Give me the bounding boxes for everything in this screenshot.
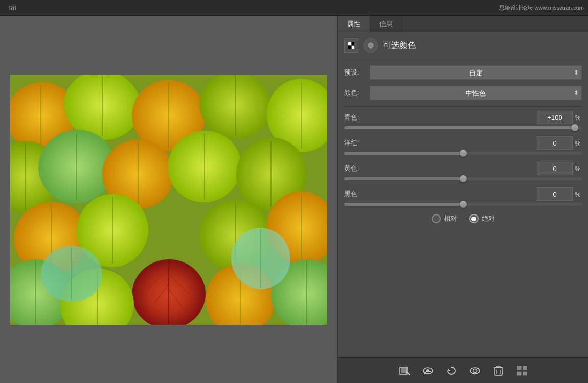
radio-row: 相对 绝对: [344, 214, 582, 223]
cyan-slider-section: 青色: +100 %: [344, 111, 582, 129]
leaf-svg: [10, 75, 327, 325]
svg-line-54: [407, 372, 410, 375]
svg-rect-67: [517, 366, 521, 370]
radio-absolute-outer[interactable]: [469, 214, 479, 223]
cyan-thumb[interactable]: [571, 124, 578, 131]
svg-rect-70: [523, 372, 527, 375]
svg-point-56: [426, 369, 429, 372]
magenta-label: 洋红:: [344, 138, 369, 148]
yellow-slider-section: 黄色: 0 %: [344, 162, 582, 180]
right-panel: 属性 信息: [337, 16, 588, 383]
divider-1: [344, 61, 582, 61]
yellow-thumb[interactable]: [460, 175, 467, 182]
magenta-track-row: [344, 152, 582, 155]
yellow-fill: [344, 177, 463, 180]
magenta-pct: %: [575, 139, 582, 147]
divider-2: [344, 106, 582, 107]
magenta-track[interactable]: [344, 152, 582, 155]
magenta-row-top: 洋红: 0 %: [344, 136, 582, 150]
canvas-area: [0, 16, 337, 383]
color-select-wrapper[interactable]: 红色 黄色 绿色 青色 蓝色 洋红 白色 中性色 黑色: [370, 86, 582, 100]
color-label: 颜色:: [344, 88, 366, 98]
yellow-value[interactable]: 0: [537, 162, 573, 175]
tab-properties[interactable]: 属性: [338, 16, 370, 32]
panel-title: 可选颜色: [383, 40, 416, 51]
svg-rect-53: [401, 368, 406, 373]
svg-rect-47: [348, 42, 351, 45]
radio-absolute-inner: [471, 217, 476, 221]
bottom-toolbar: [338, 357, 588, 383]
magenta-fill: [344, 152, 463, 155]
trash-button[interactable]: [491, 363, 506, 378]
cyan-track-row: [344, 126, 582, 129]
svg-rect-60: [495, 368, 502, 375]
preset-label: 预设:: [344, 68, 366, 77]
svg-rect-69: [517, 372, 521, 375]
black-value[interactable]: 0: [537, 187, 573, 201]
yellow-track[interactable]: [344, 177, 582, 180]
visibility-button[interactable]: [420, 363, 436, 378]
svg-rect-49: [348, 46, 351, 49]
main-layout: 属性 信息: [0, 16, 588, 383]
radio-relative-label: 相对: [444, 214, 457, 223]
svg-rect-68: [523, 366, 527, 370]
svg-point-51: [368, 43, 373, 48]
cyan-label: 青色:: [344, 113, 369, 122]
color-select[interactable]: 红色 黄色 绿色 青色 蓝色 洋红 白色 中性色 黑色: [370, 86, 582, 100]
history-button[interactable]: [444, 363, 459, 378]
svg-marker-57: [448, 368, 450, 371]
top-bar-title: Rit: [8, 4, 16, 12]
circle-icon[interactable]: [364, 38, 378, 53]
tab-info[interactable]: 信息: [370, 16, 402, 32]
top-bar: Rit 思绘设计论坛 www.missvuan.com: [0, 0, 588, 16]
yellow-row-top: 黄色: 0 %: [344, 162, 582, 175]
cyan-pct: %: [575, 114, 582, 122]
magenta-value[interactable]: 0: [537, 136, 573, 150]
cyan-row-top: 青色: +100 %: [344, 111, 582, 124]
yellow-track-row: [344, 177, 582, 180]
black-pct: %: [575, 190, 582, 198]
panel-header: 可选颜色: [344, 38, 582, 53]
preset-row: 预设: 自定 默认: [344, 65, 582, 80]
radio-absolute[interactable]: 绝对: [469, 214, 495, 223]
radio-relative-outer[interactable]: [432, 214, 441, 223]
magenta-slider-section: 洋红: 0 %: [344, 136, 582, 155]
svg-rect-50: [352, 46, 354, 49]
cyan-fill: [344, 126, 575, 129]
mask-icon[interactable]: [344, 38, 358, 53]
magenta-thumb[interactable]: [460, 150, 467, 157]
mask-cursor-button[interactable]: [397, 363, 412, 378]
radio-relative[interactable]: 相对: [432, 214, 457, 223]
panel-content: 可选颜色 预设: 自定 默认 颜色: 红色 黄色: [338, 32, 588, 357]
cyan-value[interactable]: +100: [537, 111, 573, 124]
black-row-top: 黑色: 0 %: [344, 187, 582, 201]
yellow-label: 黄色:: [344, 164, 369, 173]
logo-text: 思绘设计论坛 www.missvuan.com: [499, 4, 584, 12]
tabs-row: 属性 信息: [338, 16, 588, 32]
radio-absolute-label: 绝对: [482, 214, 495, 223]
settings-button[interactable]: [514, 363, 530, 378]
preset-select[interactable]: 自定 默认: [370, 65, 582, 80]
svg-rect-48: [352, 42, 354, 45]
yellow-pct: %: [575, 165, 582, 173]
black-slider-section: 黑色: 0 %: [344, 187, 582, 206]
black-track-row: [344, 203, 582, 206]
svg-point-59: [473, 369, 477, 372]
cyan-track[interactable]: [344, 126, 582, 129]
black-thumb[interactable]: [460, 201, 467, 208]
black-label: 黑色:: [344, 189, 369, 199]
preset-select-wrapper[interactable]: 自定 默认: [370, 65, 582, 80]
canvas-image: [10, 75, 327, 325]
eye-button[interactable]: [467, 363, 483, 378]
black-fill: [344, 203, 463, 206]
black-track[interactable]: [344, 203, 582, 206]
color-row: 颜色: 红色 黄色 绿色 青色 蓝色 洋红 白色 中性色 黑色: [344, 86, 582, 100]
